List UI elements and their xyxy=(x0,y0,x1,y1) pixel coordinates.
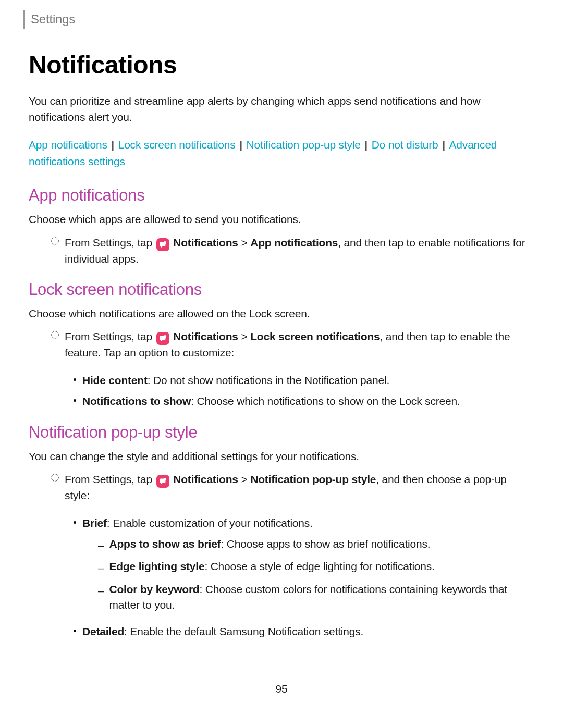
sublist-item: – Edge lighting style: Choose a style of… xyxy=(98,559,534,576)
dash-bullet-icon: – xyxy=(98,583,104,599)
nav-link-lock-screen[interactable]: Lock screen notifications xyxy=(118,139,236,151)
option-title: Hide content xyxy=(82,374,148,386)
option-desc: : Choose which notifications to show on … xyxy=(191,395,460,407)
circle-bullet-icon xyxy=(51,237,59,245)
svg-point-0 xyxy=(52,237,59,244)
circle-bullet-icon xyxy=(51,473,59,482)
dot-bullet-icon xyxy=(74,378,76,381)
desc-lock-screen: Choose which notifications are allowed o… xyxy=(29,306,534,322)
step-gt: > xyxy=(238,330,250,342)
step-item: From Settings, tap Notifications > App n… xyxy=(51,235,534,267)
dot-bullet-icon xyxy=(74,630,76,632)
nav-separator: | xyxy=(439,139,448,151)
step-bold: Notifications xyxy=(173,330,238,342)
dash-bullet-icon: – xyxy=(98,560,104,576)
suboption-desc: : Choose apps to show as brief notificat… xyxy=(221,538,430,550)
option-title: Detailed xyxy=(82,625,124,637)
svg-point-1 xyxy=(164,241,166,244)
nav-link-do-not-disturb[interactable]: Do not disturb xyxy=(372,139,438,151)
option-title: Notifications to show xyxy=(82,395,191,407)
heading-popup-style: Notification pop-up style xyxy=(29,421,534,445)
dot-bullet-icon xyxy=(74,399,76,402)
step-gt: > xyxy=(238,237,250,249)
circle-bullet-icon xyxy=(51,330,59,339)
notifications-icon xyxy=(156,238,169,251)
list-item: Detailed: Enable the default Samsung Not… xyxy=(74,624,534,639)
suboption-title: Apps to show as brief xyxy=(109,538,221,550)
step-bold: App notifications xyxy=(250,237,338,249)
page-number: 95 xyxy=(29,681,534,697)
svg-point-5 xyxy=(164,478,166,480)
step-bold: Notifications xyxy=(173,473,238,485)
step-text: From Settings, tap xyxy=(65,330,155,342)
desc-popup-style: You can change the style and additional … xyxy=(29,449,534,464)
dot-bullet-icon xyxy=(74,521,76,524)
option-title: Brief xyxy=(82,517,107,529)
step-bold: Notifications xyxy=(173,237,238,249)
step-gt: > xyxy=(238,473,250,485)
dash-bullet-icon: – xyxy=(98,538,104,553)
step-item: From Settings, tap Notifications > Lock … xyxy=(51,329,534,361)
option-desc: : Do not show notifications in the Notif… xyxy=(148,374,389,386)
step-text: From Settings, tap xyxy=(65,473,155,485)
step-bold: Lock screen notifications xyxy=(250,330,380,342)
sublist-item: – Apps to show as brief: Choose apps to … xyxy=(98,536,534,553)
suboption-title: Edge lighting style xyxy=(109,560,204,572)
option-desc: : Enable customization of your notificat… xyxy=(107,517,313,529)
step-item: From Settings, tap Notifications > Notif… xyxy=(51,472,534,503)
nav-separator: | xyxy=(237,139,246,151)
section-nav: App notifications | Lock screen notifica… xyxy=(29,137,534,169)
svg-point-4 xyxy=(52,474,59,482)
page-title: Notifications xyxy=(29,47,534,83)
nav-separator: | xyxy=(362,139,371,151)
option-desc: : Enable the default Samsung Notificatio… xyxy=(124,625,363,637)
notifications-icon xyxy=(156,332,169,345)
breadcrumb: Settings xyxy=(23,10,534,29)
suboption-title: Color by keyword xyxy=(109,583,199,595)
nav-link-popup-style[interactable]: Notification pop-up style xyxy=(247,139,361,151)
heading-app-notifications: App notifications xyxy=(29,184,534,207)
desc-app-notifications: Choose which apps are allowed to send yo… xyxy=(29,212,534,227)
suboption-desc: : Choose a style of edge lighting for no… xyxy=(204,560,434,572)
notifications-icon xyxy=(156,475,169,488)
step-bold: Notification pop-up style xyxy=(250,473,376,485)
svg-point-2 xyxy=(52,331,59,339)
heading-lock-screen: Lock screen notifications xyxy=(29,278,534,302)
list-item: Notifications to show: Choose which noti… xyxy=(74,393,534,409)
nav-link-app-notifications[interactable]: App notifications xyxy=(29,139,107,151)
step-text: From Settings, tap xyxy=(65,237,155,249)
nav-separator: | xyxy=(108,139,117,151)
sublist-item: – Color by keyword: Choose custom colors… xyxy=(98,582,534,613)
intro-text: You can prioritize and streamline app al… xyxy=(29,93,534,125)
list-item: Brief: Enable customization of your noti… xyxy=(74,515,534,619)
list-item: Hide content: Do not show notifications … xyxy=(74,373,534,388)
svg-point-3 xyxy=(164,335,166,338)
